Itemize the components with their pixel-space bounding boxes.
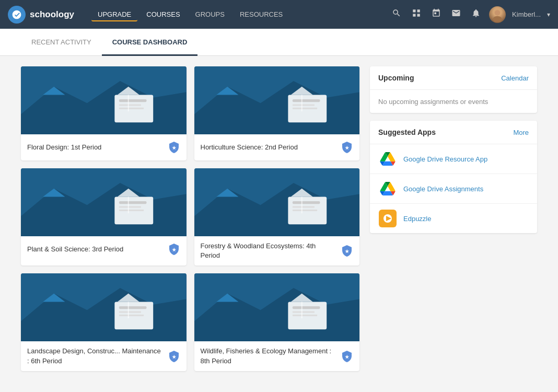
logo[interactable]: schoology	[8, 6, 81, 24]
svg-rect-39	[292, 210, 317, 211]
navbar-right: Kimberl... ▾	[390, 6, 550, 23]
course-grid: Floral Design: 1st Period ★	[21, 66, 359, 371]
course-card-4[interactable]: Forestry & Woodland Ecosystems: 4th Peri…	[194, 168, 360, 266]
course-info-5: Landscape Design, Construc... Maintenanc…	[21, 341, 187, 371]
username-label[interactable]: Kimberl...	[512, 10, 541, 18]
avatar[interactable]	[489, 6, 506, 23]
upcoming-section: Upcoming Calendar No upcoming assignment…	[370, 66, 537, 113]
svg-rect-29	[119, 210, 144, 211]
svg-rect-28	[119, 206, 141, 207]
course-card-5[interactable]: Landscape Design, Construc... Maintenanc…	[21, 273, 187, 371]
svg-text:★: ★	[345, 354, 350, 360]
svg-point-1	[493, 16, 502, 21]
calendar-link[interactable]: Calendar	[501, 74, 529, 82]
tab-course-dashboard[interactable]: COURSE DASHBOARD	[102, 29, 198, 56]
nav-groups[interactable]: GROUPS	[189, 7, 231, 21]
svg-rect-59	[292, 315, 317, 316]
svg-rect-18	[292, 104, 314, 106]
svg-rect-47	[119, 306, 147, 309]
course-badge-6: ★	[341, 350, 353, 363]
course-thumbnail-2	[194, 66, 360, 134]
svg-point-0	[495, 10, 501, 16]
tabs-bar: RECENT ACTIVITY COURSE DASHBOARD	[0, 29, 558, 56]
course-thumbnail-4	[194, 168, 360, 236]
app-item-gdrive-assignments[interactable]: Google Drive Assignments	[370, 174, 537, 203]
svg-text:★: ★	[345, 249, 350, 254]
mail-icon[interactable]	[449, 6, 463, 22]
course-info-4: Forestry & Woodland Ecosystems: 4th Peri…	[194, 236, 360, 266]
course-badge-1: ★	[168, 141, 180, 154]
course-name-3: Plant & Soil Science: 3rd Period	[27, 245, 164, 254]
svg-rect-8	[119, 104, 141, 106]
svg-rect-17	[292, 99, 320, 102]
course-info-1: Floral Design: 1st Period ★	[21, 134, 187, 160]
more-apps-link[interactable]: More	[513, 129, 529, 136]
svg-rect-27	[119, 201, 147, 204]
svg-text:★: ★	[172, 145, 177, 151]
course-badge-3: ★	[168, 243, 180, 256]
search-icon[interactable]	[390, 6, 403, 22]
course-info-2: Horticulture Science: 2nd Period ★	[194, 134, 360, 160]
course-thumbnail-3	[21, 168, 187, 236]
suggested-apps-section: Suggested Apps More Google Drive Resourc…	[370, 121, 537, 233]
svg-rect-58	[292, 312, 314, 313]
course-thumbnail-1	[21, 66, 187, 134]
tab-recent-activity[interactable]: RECENT ACTIVITY	[21, 29, 102, 56]
course-card-3[interactable]: Plant & Soil Science: 3rd Period ★	[21, 168, 187, 266]
course-info-3: Plant & Soil Science: 3rd Period ★	[21, 236, 187, 262]
svg-rect-57	[292, 306, 320, 309]
bell-icon[interactable]	[469, 6, 483, 22]
course-badge-2: ★	[341, 141, 353, 154]
course-card-2[interactable]: Horticulture Science: 2nd Period ★	[194, 66, 360, 160]
gdrive-assignments-icon	[378, 179, 397, 198]
svg-rect-19	[292, 108, 317, 109]
svg-rect-48	[119, 312, 141, 313]
main-container: Floral Design: 1st Period ★	[0, 56, 558, 382]
suggested-apps-title: Suggested Apps	[378, 128, 436, 136]
calendar-icon[interactable]	[429, 6, 443, 22]
svg-rect-49	[119, 315, 144, 316]
svg-text:★: ★	[345, 145, 350, 151]
upcoming-title: Upcoming	[378, 74, 414, 82]
navbar: schoology UPGRADE COURSES GROUPS RESOURC…	[0, 0, 558, 29]
sidebar: Upcoming Calendar No upcoming assignment…	[370, 66, 537, 371]
svg-text:★: ★	[172, 354, 177, 360]
course-info-6: Wildlife, Fisheries & Ecology Management…	[194, 341, 360, 371]
logo-circle	[8, 6, 26, 24]
apps-grid-icon[interactable]	[410, 6, 423, 22]
course-name-5: Landscape Design, Construc... Maintenanc…	[27, 347, 164, 365]
svg-rect-7	[119, 99, 147, 102]
svg-rect-9	[119, 108, 144, 109]
nav-upgrade[interactable]: UPGRADE	[91, 7, 137, 21]
course-badge-4: ★	[341, 245, 353, 257]
gdrive-assignments-app-name[interactable]: Google Drive Assignments	[403, 185, 483, 193]
svg-rect-38	[292, 206, 314, 207]
upcoming-body: No upcoming assignments or events	[370, 90, 537, 113]
nav-resources[interactable]: RESOURCES	[234, 7, 289, 21]
gdrive-resource-app-name[interactable]: Google Drive Resource App	[403, 155, 487, 163]
nav-courses[interactable]: COURSES	[140, 7, 186, 21]
course-card-1[interactable]: Floral Design: 1st Period ★	[21, 66, 187, 160]
edpuzzle-app-name[interactable]: Edpuzzle	[403, 215, 431, 223]
svg-rect-37	[292, 201, 320, 204]
logo-text: schoology	[30, 9, 74, 20]
avatar-inner	[489, 6, 506, 23]
course-name-1: Floral Design: 1st Period	[27, 143, 164, 152]
suggested-apps-header: Suggested Apps More	[370, 121, 537, 144]
upcoming-empty-text: No upcoming assignments or events	[378, 98, 488, 106]
dropdown-caret-icon[interactable]: ▾	[547, 11, 550, 18]
upcoming-header: Upcoming Calendar	[370, 66, 537, 90]
gdrive-resource-icon	[378, 149, 397, 168]
course-name-4: Forestry & Woodland Ecosystems: 4th Peri…	[201, 241, 337, 260]
nav-links: UPGRADE COURSES GROUPS RESOURCES	[91, 7, 289, 21]
app-item-gdrive-resource[interactable]: Google Drive Resource App	[370, 144, 537, 174]
course-name-2: Horticulture Science: 2nd Period	[201, 143, 337, 152]
svg-text:★: ★	[172, 247, 177, 252]
edpuzzle-icon	[378, 209, 397, 228]
course-card-6[interactable]: Wildlife, Fisheries & Ecology Management…	[194, 273, 360, 371]
course-thumbnail-5	[21, 273, 187, 341]
course-badge-5: ★	[168, 350, 180, 363]
course-thumbnail-6	[194, 273, 360, 341]
app-item-edpuzzle[interactable]: Edpuzzle	[370, 203, 537, 233]
course-name-6: Wildlife, Fisheries & Ecology Management…	[201, 347, 337, 365]
